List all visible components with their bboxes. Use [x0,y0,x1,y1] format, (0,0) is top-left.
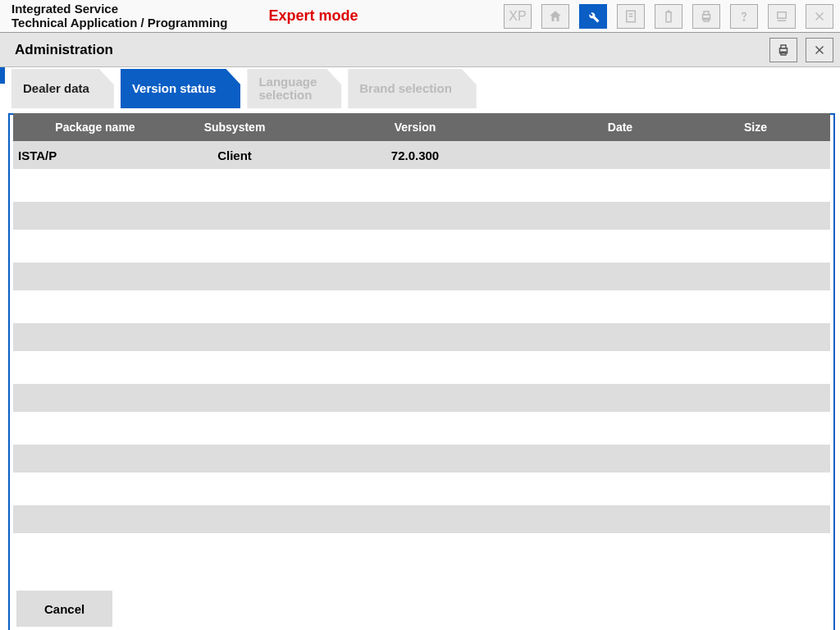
table-header: Package name Subsystem Version Date Size [13,113,830,141]
app-title-line2: Technical Application / Programming [11,16,227,30]
tab-version-status[interactable]: Version status [121,69,241,108]
col-version: Version [292,116,538,139]
mode-label: Expert mode [268,7,358,25]
sub-header: Administration [0,33,840,67]
cell-date [538,211,702,221]
cell-size [702,272,809,281]
home-icon[interactable] [541,4,569,29]
version-table: Package name Subsystem Version Date Size… [13,113,830,533]
cell-package [13,332,177,342]
cell-date [538,514,702,524]
cell-subsystem [177,272,292,281]
col-size: Size [702,116,809,139]
cell-version [292,514,538,524]
cell-package [13,514,177,524]
table-row[interactable]: ISTA/P Client 72.0.300 [13,141,830,169]
table-row[interactable] [13,262,830,290]
cell-version: 72.0.300 [292,144,538,167]
cell-subsystem [177,211,292,221]
minimize-icon[interactable] [768,4,796,29]
tab-dealer-data[interactable]: Dealer data [11,69,114,108]
svg-rect-6 [704,11,709,15]
cell-version [292,393,538,403]
cell-subsystem [177,514,292,524]
sub-toolbar [769,38,833,62]
cell-version [292,454,538,463]
col-subsystem: Subsystem [177,116,292,139]
cell-package: ISTA/P [13,144,177,167]
xp-icon[interactable]: XP [504,4,532,29]
cell-package [13,272,177,281]
cell-subsystem: Client [177,144,292,167]
cell-date [538,150,702,160]
cell-size [702,393,809,403]
cell-package [13,211,177,221]
app-title: Integrated Service Technical Application… [11,2,227,30]
sub-title: Administration [15,42,113,58]
cell-date [538,393,702,403]
top-bar: Integrated Service Technical Application… [0,0,840,33]
tab-brand-selection[interactable]: Brand selection [348,69,477,108]
cell-size [702,211,809,221]
app-title-line1: Integrated Service [11,2,227,16]
cell-date [538,454,702,463]
cell-size [702,150,809,160]
document-icon[interactable] [617,4,645,29]
table-row[interactable] [13,323,830,351]
cell-subsystem [177,332,292,342]
cell-subsystem [177,454,292,463]
main-content-frame: Package name Subsystem Version Date Size… [8,113,835,630]
svg-rect-14 [781,45,786,48]
table-row[interactable] [13,445,830,472]
tab-language-selection[interactable]: Language selection [247,69,341,108]
tab-strip: Dealer data Version status Language sele… [11,69,840,108]
cell-date [538,272,702,281]
table-row[interactable] [13,202,830,230]
cell-size [702,514,809,524]
close-icon[interactable] [806,4,833,29]
cell-package [13,393,177,403]
cell-subsystem [177,393,292,403]
sub-close-icon[interactable] [806,38,833,62]
cell-size [702,454,809,463]
table-row[interactable] [13,505,830,533]
help-icon[interactable] [730,4,758,29]
table-row[interactable] [13,384,830,412]
left-accent [0,67,5,84]
cell-version [292,332,538,342]
svg-rect-9 [778,11,787,18]
col-date: Date [538,116,702,139]
cancel-button[interactable]: Cancel [16,591,112,627]
sub-print-icon[interactable] [769,38,797,62]
cell-size [702,332,809,342]
print-icon[interactable] [692,4,720,29]
svg-rect-3 [666,11,671,21]
cell-package [13,454,177,463]
battery-icon[interactable] [655,4,682,29]
action-bar: Cancel [16,591,112,627]
wrench-icon[interactable] [579,4,607,29]
cell-version [292,211,538,221]
col-package: Package name [13,116,177,139]
cell-date [538,332,702,342]
cell-version [292,272,538,281]
top-toolbar: XP [504,4,833,29]
svg-point-8 [743,19,744,20]
